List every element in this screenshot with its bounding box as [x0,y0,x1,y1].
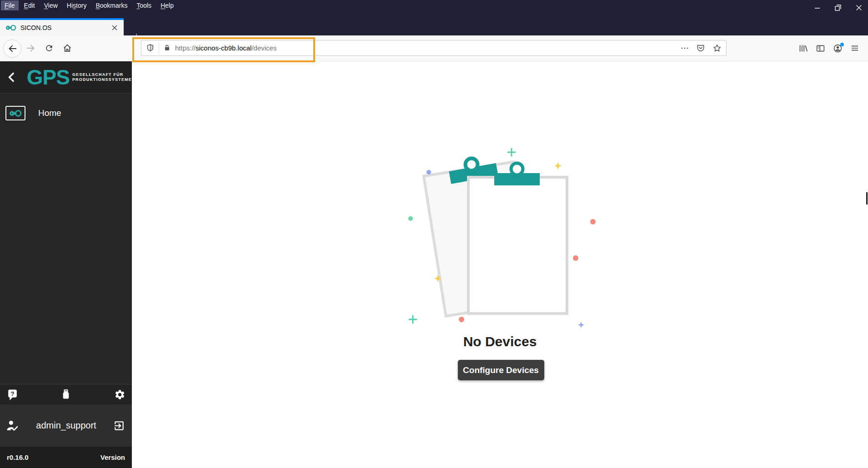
library-icon [798,44,808,53]
version-label: Version [100,453,125,461]
app-sidebar: GPS GESELLSCHAFT FÜR PRODUKTIONSSYSTEME … [0,61,132,468]
url-actions [681,44,722,53]
menu-history[interactable]: History [63,0,90,10]
menu-file[interactable]: File [1,0,19,10]
main-content: No Devices Configure Devices [132,61,868,468]
siconos-home-icon [5,106,25,120]
collapse-sidebar-chevron-icon[interactable] [6,70,18,84]
tracking-protection-shield-icon [146,43,155,53]
reload-button[interactable] [40,40,58,57]
help-button[interactable]: ? [5,388,19,401]
siconos-favicon [5,25,16,31]
logout-exit-icon [113,420,125,432]
url-path: /devices [251,44,276,52]
menubar-items: FileEditViewHistoryBookmarksToolsHelp [1,0,179,10]
gear-icon [114,389,125,400]
close-icon [112,25,117,30]
toolbar-right-buttons [794,40,863,57]
usb-device-button[interactable] [59,388,73,401]
tab-siconos[interactable]: SICON.OS [0,18,124,35]
minimize-icon [814,5,820,11]
page-scrollbar-thumb[interactable] [866,192,868,204]
window-restore-button[interactable] [833,3,843,13]
logged-in-username: admin_support [20,420,113,431]
siconos-logo-glyph [9,110,22,117]
menu-button[interactable] [846,40,863,57]
svg-text:?: ? [10,390,14,397]
account-notification-dot [840,43,844,46]
forward-button[interactable] [22,40,40,57]
urlbar-divider [159,43,159,53]
home-icon [62,43,72,53]
restore-icon [835,5,841,11]
gps-logo: GPS [27,67,70,88]
window-close-button[interactable] [854,3,863,13]
settings-button[interactable] [113,388,126,401]
tab-title: SICON.OS [20,24,110,31]
sidebar-item-label: Home [38,108,61,118]
sidebar-user-row: admin_support [0,404,132,447]
menubar: FileEditViewHistoryBookmarksToolsHelp [0,0,868,11]
reload-icon [45,44,54,53]
url-protocol: https:// [175,44,196,52]
tab-bar: SICON.OS [0,11,868,35]
bookmark-star-icon[interactable] [712,44,722,53]
navigation-toolbar: https://siconos-cb9b.local/devices [0,35,868,61]
menu-tools[interactable]: Tools [133,0,155,10]
front-clip-ring [511,163,523,175]
gps-logo-subtitle-line1: GESELLSCHAFT FÜR [72,72,132,77]
gps-logo-subtitle: GESELLSCHAFT FÜR PRODUKTIONSSYSTEME [72,72,132,82]
help-icon: ? [7,388,18,401]
url-text[interactable]: https://siconos-cb9b.local/devices [175,44,677,52]
hamburger-icon [850,44,859,53]
tab-close-button[interactable] [110,23,119,32]
menu-bookmarks[interactable]: Bookmarks [92,0,131,10]
url-domain: siconos-cb9b.local [196,44,251,52]
sidebar-toggle-icon [816,44,825,53]
sidebar-version-bar: r0.16.0 Version [0,447,132,468]
gps-logo-subtitle-line2: PRODUKTIONSSYSTEME [72,77,132,82]
menu-help[interactable]: Help [157,0,177,10]
front-clipboard [468,163,567,314]
window-controls [813,3,863,13]
window-minimize-button[interactable] [813,3,822,13]
library-button[interactable] [794,40,812,57]
page-actions-dots-icon[interactable] [681,44,689,52]
forward-arrow-icon [26,43,36,53]
empty-state-title: No Devices [132,334,868,349]
user-admin-icon [6,420,20,432]
lock-icon [163,44,171,52]
version-value: r0.16.0 [7,453,29,461]
sidebar-header: GPS GESELLSCHAFT FÜR PRODUKTIONSSYSTEME [0,61,132,94]
sidebars-button[interactable] [812,40,829,57]
empty-clipboards-illustration [402,143,602,334]
back-arrow-icon [7,44,17,54]
sidebar-item-home[interactable]: Home [0,101,132,125]
url-bar[interactable]: https://siconos-cb9b.local/devices [141,40,727,56]
back-button[interactable] [3,40,21,58]
pocket-save-icon[interactable] [696,44,705,53]
back-clip-ring [465,159,477,171]
menu-view[interactable]: View [40,0,61,10]
logout-button[interactable] [113,419,125,432]
configure-devices-button[interactable]: Configure Devices [458,360,544,380]
account-button[interactable] [829,40,846,57]
usb-stick-icon [60,388,71,400]
sidebar-tools-row: ? [0,384,132,404]
close-icon [856,5,862,11]
home-button[interactable] [59,40,76,57]
menu-edit[interactable]: Edit [20,0,39,10]
